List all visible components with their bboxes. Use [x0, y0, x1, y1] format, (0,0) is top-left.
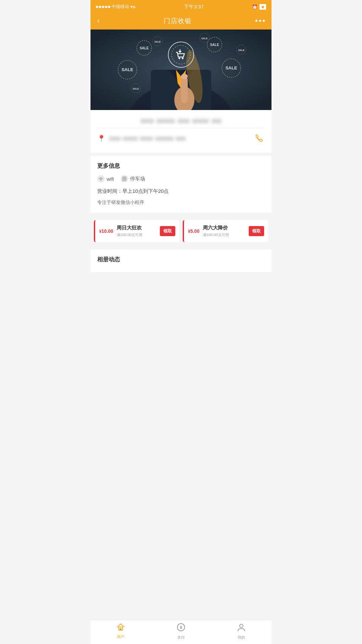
coupon-2-claim-button[interactable]: 领取	[249, 226, 264, 236]
bottom-spacer	[90, 272, 272, 299]
coupon-2-amount: ¥5.00	[188, 228, 199, 234]
page-title: 门店收银	[164, 16, 192, 25]
coupon-section: ¥10.00 周日大狂欢 满100.00元可用 领取 ¥5.00 周六大降价 满…	[90, 216, 272, 246]
svg-point-8	[181, 74, 188, 79]
phone-button[interactable]	[253, 132, 265, 145]
coupon-1-condition: 满100.00元可用	[117, 232, 157, 237]
address-left: 📍	[97, 135, 253, 143]
svg-text:SALE: SALE	[201, 37, 208, 40]
svg-rect-7	[181, 76, 188, 103]
wifi-tag-icon	[97, 175, 105, 182]
store-address-row: 📍	[97, 128, 265, 147]
wifi-label: wifi	[107, 176, 114, 182]
svg-text:SALE: SALE	[226, 65, 237, 70]
coupon-1-name: 周日大狂欢	[117, 225, 157, 231]
more-button[interactable]	[255, 20, 265, 22]
carrier-label: 中国移动	[112, 4, 129, 10]
signal-icon	[96, 6, 110, 8]
address-blurred	[109, 137, 186, 141]
coupon-1-info: 周日大狂欢 满100.00元可用	[117, 225, 157, 237]
svg-text:SALE: SALE	[122, 67, 133, 72]
more-dot-2	[259, 20, 261, 22]
svg-text:SALE: SALE	[238, 49, 245, 51]
status-bar: 中国移动 ▾⎈ 下午3:37 ⏰ ■	[90, 0, 272, 12]
header: ‹ 门店收银	[90, 12, 272, 30]
location-icon: 📍	[97, 135, 106, 143]
business-hours: 营业时间：早上10点到下午20点	[97, 187, 265, 195]
amenity-tags-row: wifi 停车场	[97, 175, 265, 182]
wifi-tag: wifi	[97, 175, 114, 182]
svg-text:SALE: SALE	[140, 46, 149, 50]
coupon-1-claim-button[interactable]: 领取	[160, 226, 175, 236]
store-name-row	[97, 115, 265, 125]
coupon-card-1[interactable]: ¥10.00 周日大狂欢 满100.00元可用 领取	[94, 220, 179, 242]
more-dot-3	[263, 20, 265, 22]
svg-text:SALE: SALE	[155, 41, 161, 43]
alarm-icon: ⏰	[252, 4, 257, 9]
more-info-section: 更多信息 wifi 停车场 营业时间：早上10点到下午20点 专注	[90, 156, 272, 213]
coupon-2-info: 周六大降价 满100.00元可用	[203, 225, 245, 237]
store-info-section: 📍	[90, 110, 272, 153]
status-left: 中国移动 ▾⎈	[96, 4, 135, 10]
wifi-icon: ▾⎈	[130, 4, 135, 9]
time-label: 下午3:37	[184, 4, 203, 10]
more-dot-1	[255, 20, 257, 22]
svg-text:SALE: SALE	[133, 88, 139, 90]
coupon-card-2[interactable]: ¥5.00 周六大降价 满100.00元可用 领取	[183, 220, 268, 242]
store-name-blurred	[97, 119, 265, 123]
parking-tag: 停车场	[121, 175, 145, 182]
coupon-2-condition: 满100.00元可用	[203, 232, 245, 237]
battery-icon: ■	[259, 4, 266, 10]
svg-text:SALE: SALE	[210, 43, 219, 47]
album-title: 相册动态	[97, 256, 265, 263]
back-button[interactable]: ‹	[97, 16, 100, 25]
store-description: 专注于研发微信小程序	[97, 199, 265, 206]
hero-illustration: SALE SALE SALE SALE SALE SALE SALE SALE	[90, 30, 272, 110]
hero-banner: SALE SALE SALE SALE SALE SALE SALE SALE	[90, 30, 272, 110]
parking-tag-icon	[121, 175, 128, 182]
more-info-title: 更多信息	[97, 162, 265, 170]
svg-point-11	[179, 58, 180, 59]
svg-point-12	[182, 58, 184, 59]
parking-label: 停车场	[130, 176, 145, 182]
coupon-2-name: 周六大降价	[203, 225, 245, 231]
coupon-1-amount: ¥10.00	[99, 228, 113, 234]
status-right: ⏰ ■	[252, 4, 266, 10]
album-section: 相册动态	[90, 250, 272, 272]
